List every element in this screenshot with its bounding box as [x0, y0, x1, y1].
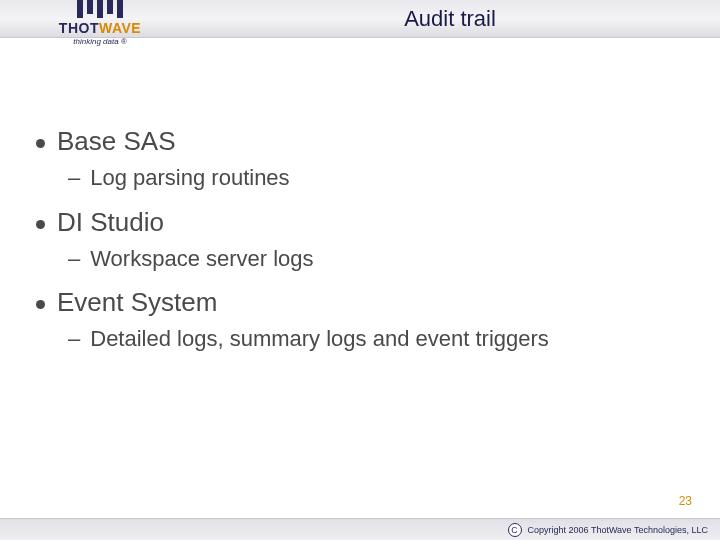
- slide-header: Audit trail THOTWAVE thinking data ®: [0, 0, 720, 72]
- copyright-icon: C: [508, 523, 522, 537]
- bullet-dot-icon: [36, 139, 45, 148]
- bullet-item: Event System: [36, 287, 684, 318]
- logo-tagline: thinking data ®: [73, 37, 126, 46]
- dash-icon: –: [68, 163, 80, 193]
- sub-bullet-item: – Log parsing routines: [68, 163, 684, 193]
- logo: THOTWAVE thinking data ®: [30, 0, 170, 70]
- sub-bullet-item: – Detailed logs, summary logs and event …: [68, 324, 684, 354]
- slide-footer: C Copyright 2006 ThotWave Technologies, …: [0, 518, 720, 540]
- slide-body: Base SAS – Log parsing routines DI Studi…: [0, 72, 720, 354]
- logo-brand: THOTWAVE: [59, 20, 141, 36]
- sub-bullet-text: Log parsing routines: [90, 163, 289, 193]
- dash-icon: –: [68, 324, 80, 354]
- sub-bullet-item: – Workspace server logs: [68, 244, 684, 274]
- bullet-text: DI Studio: [57, 207, 164, 238]
- page-number: 23: [679, 494, 692, 508]
- sub-bullet-text: Detailed logs, summary logs and event tr…: [90, 324, 549, 354]
- bullet-item: Base SAS: [36, 126, 684, 157]
- bullet-text: Base SAS: [57, 126, 176, 157]
- bullet-dot-icon: [36, 220, 45, 229]
- bullet-item: DI Studio: [36, 207, 684, 238]
- slide-title: Audit trail: [404, 6, 496, 32]
- sub-bullet-text: Workspace server logs: [90, 244, 313, 274]
- footer-text: Copyright 2006 ThotWave Technologies, LL…: [528, 525, 708, 535]
- bullet-text: Event System: [57, 287, 217, 318]
- bullet-dot-icon: [36, 300, 45, 309]
- dash-icon: –: [68, 244, 80, 274]
- logo-bars-icon: [77, 0, 123, 18]
